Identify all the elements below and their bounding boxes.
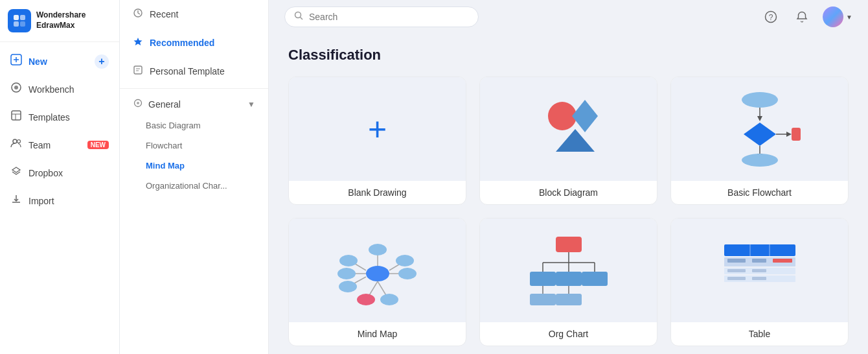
- nav-item-team[interactable]: Team NEW: [0, 131, 119, 159]
- content-area: Classification + Blank Drawing: [269, 34, 868, 354]
- avatar-wrapper[interactable]: ▼: [823, 6, 852, 27]
- card-basic-flowchart[interactable]: Basic Flowchart: [670, 77, 849, 205]
- blank-plus-icon: +: [368, 113, 387, 145]
- submenu-recommended[interactable]: Recommended: [120, 29, 268, 57]
- submenu-child-basic-diagram[interactable]: Basic Diagram: [120, 115, 268, 136]
- card-visual-flowchart: [671, 77, 848, 181]
- card-label-mindmap: Mind Map: [289, 322, 466, 346]
- team-new-badge: NEW: [87, 141, 109, 149]
- submenu-personal-label: Personal Template: [150, 66, 225, 77]
- left-sidebar: Wondershare EdrawMax New +: [0, 0, 120, 354]
- svg-rect-3: [20, 21, 25, 27]
- svg-line-22: [301, 18, 303, 20]
- svg-point-54: [380, 294, 398, 305]
- card-block-diagram[interactable]: Block Diagram: [479, 77, 657, 205]
- submenu-panel: Recent Recommended Personal Template: [120, 0, 269, 354]
- logo-area: Wondershare EdrawMax: [0, 0, 119, 42]
- svg-point-12: [13, 139, 17, 143]
- app-logo-icon: [8, 9, 31, 32]
- search-icon: [294, 11, 304, 23]
- svg-rect-74: [727, 259, 746, 263]
- svg-rect-2: [14, 21, 19, 27]
- submenu-general-children: Basic Diagram Flowchart Mind Map Organiz…: [120, 115, 268, 196]
- card-visual-block: [480, 77, 657, 181]
- recent-icon: [133, 8, 143, 21]
- nav-item-dropbox-label: Dropbox: [29, 168, 63, 178]
- search-input[interactable]: [309, 12, 469, 22]
- new-plus-button[interactable]: +: [95, 54, 109, 69]
- svg-line-46: [378, 281, 387, 296]
- svg-point-37: [742, 154, 778, 167]
- svg-marker-33: [786, 132, 792, 137]
- svg-rect-34: [792, 128, 801, 141]
- cards-grid: + Blank Drawing Block Diagram: [288, 77, 849, 346]
- card-label-blank: Blank Drawing: [289, 181, 466, 204]
- svg-point-47: [339, 255, 358, 266]
- submenu-recent[interactable]: Recent: [120, 0, 268, 29]
- nav-item-templates-label: Templates: [29, 112, 70, 123]
- card-org-chart[interactable]: Org Chart: [479, 218, 657, 346]
- svg-marker-31: [744, 123, 776, 146]
- svg-rect-17: [134, 66, 142, 74]
- card-mind-map[interactable]: Mind Map: [288, 218, 466, 346]
- workbench-icon: [10, 82, 22, 97]
- card-visual-mindmap: [289, 218, 466, 322]
- recommended-icon: [133, 36, 143, 49]
- card-label-flowchart: Basic Flowchart: [671, 181, 848, 204]
- main-content: ? ▼ Classification + Blank: [269, 0, 868, 354]
- svg-point-28: [742, 92, 778, 108]
- svg-point-38: [366, 266, 389, 281]
- nav-item-templates[interactable]: Templates: [0, 103, 119, 131]
- search-bar[interactable]: [284, 6, 479, 27]
- card-visual-table: [671, 218, 848, 322]
- svg-rect-77: [727, 269, 746, 272]
- svg-rect-67: [556, 294, 582, 305]
- svg-rect-75: [752, 259, 766, 263]
- svg-point-50: [396, 255, 414, 266]
- svg-rect-62: [556, 272, 582, 286]
- svg-point-49: [339, 281, 357, 292]
- svg-rect-0: [14, 15, 19, 20]
- svg-marker-26: [572, 100, 598, 132]
- svg-rect-68: [724, 244, 795, 256]
- dropbox-icon: [10, 165, 22, 180]
- submenu-child-mind-map[interactable]: Mind Map: [120, 156, 268, 176]
- card-label-orgchart: Org Chart: [480, 322, 657, 346]
- svg-point-48: [337, 268, 356, 279]
- nav-item-team-label: Team: [29, 140, 51, 150]
- svg-point-51: [398, 268, 417, 279]
- nav-item-dropbox[interactable]: Dropbox: [0, 159, 119, 187]
- submenu-recent-label: Recent: [150, 9, 178, 19]
- help-button[interactable]: ?: [760, 6, 781, 27]
- svg-line-45: [369, 281, 378, 296]
- submenu-child-org-chart[interactable]: Organizational Char...: [120, 176, 268, 196]
- card-label-table: Table: [671, 322, 848, 346]
- general-icon: [133, 98, 143, 110]
- nav-item-import[interactable]: Import: [0, 187, 119, 215]
- svg-marker-30: [757, 116, 762, 121]
- submenu-recommended-label: Recommended: [150, 38, 214, 48]
- notification-button[interactable]: [792, 6, 812, 27]
- top-bar: ? ▼: [269, 0, 868, 34]
- svg-rect-66: [530, 294, 556, 305]
- card-table[interactable]: Table: [670, 218, 849, 346]
- svg-point-8: [14, 86, 18, 89]
- nav-items: New + Workbench Templates: [0, 42, 119, 354]
- svg-rect-80: [752, 277, 766, 280]
- svg-rect-79: [727, 277, 746, 280]
- svg-marker-14: [12, 167, 20, 172]
- svg-point-21: [295, 12, 301, 18]
- submenu-child-flowchart[interactable]: Flowchart: [120, 136, 268, 156]
- nav-item-workbench[interactable]: Workbench: [0, 75, 119, 103]
- submenu-personal-template[interactable]: Personal Template: [120, 57, 268, 86]
- svg-rect-55: [556, 237, 582, 252]
- card-visual-blank: +: [289, 77, 466, 181]
- submenu-general-header[interactable]: General ▼: [120, 91, 268, 115]
- submenu-general-label: General: [148, 99, 181, 110]
- svg-marker-16: [134, 38, 143, 45]
- nav-item-new[interactable]: New +: [0, 47, 119, 75]
- svg-point-13: [17, 140, 21, 143]
- svg-point-52: [369, 244, 387, 255]
- svg-rect-9: [12, 111, 21, 120]
- card-blank-drawing[interactable]: + Blank Drawing: [288, 77, 466, 205]
